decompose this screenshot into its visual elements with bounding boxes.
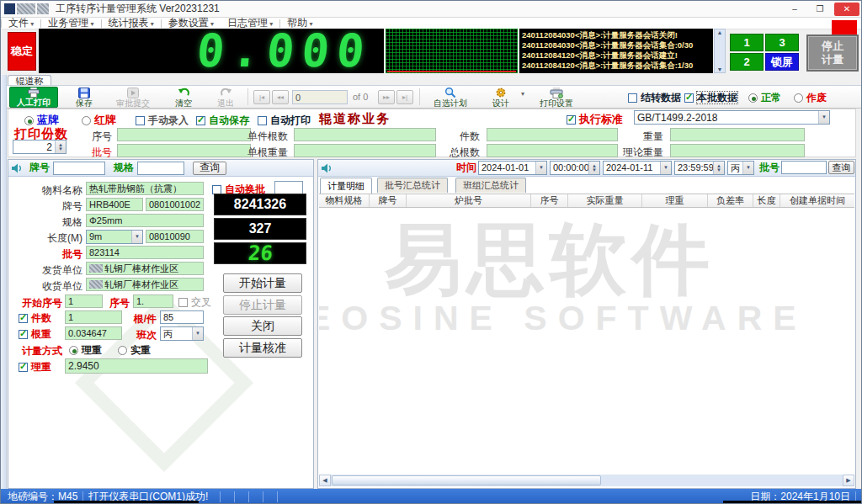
scroll-up-icon[interactable]: ▲: [717, 29, 723, 35]
bars-per-input[interactable]: [160, 310, 204, 324]
actual-method-radio[interactable]: 实重: [118, 343, 151, 358]
print-setup-button[interactable]: 打印设置: [531, 87, 582, 108]
exec-standard-select[interactable]: GB/T1499.2-2018 ▼: [634, 110, 830, 125]
minimize-button[interactable]: –: [784, 3, 806, 16]
left-query-button[interactable]: 查询: [193, 162, 226, 175]
theory-weight-value-input[interactable]: [65, 358, 208, 374]
close-button[interactable]: ✕: [834, 3, 859, 16]
record-number-input[interactable]: [292, 90, 348, 104]
restore-button[interactable]: ❐: [809, 3, 831, 16]
weight-input[interactable]: [670, 128, 805, 141]
spec-input[interactable]: [86, 214, 204, 227]
date-from-select[interactable]: 2024-01-01 ▼: [478, 161, 547, 175]
normal-label: 正常: [761, 92, 781, 103]
cross-checkbox[interactable]: 交叉: [178, 295, 211, 310]
col-heat-batch[interactable]: 炉批号: [407, 194, 531, 207]
log-line: 240112084120<消息>:计量服务器会话建立!: [522, 50, 710, 61]
log-scrollbar[interactable]: ▲ ▼: [714, 29, 726, 73]
self-plan-button[interactable]: 自选计划: [425, 87, 476, 108]
bars-per-piece-input[interactable]: [294, 128, 436, 141]
shift-select[interactable]: 丙 ▼: [160, 326, 204, 341]
batch-input[interactable]: [117, 144, 251, 157]
menu-file[interactable]: 文件: [2, 16, 40, 30]
shipper-input[interactable]: 轧钢厂棒材作业区: [86, 262, 204, 275]
theory-weight-input[interactable]: [670, 144, 805, 157]
bar-weight-checkbox[interactable]: 根重: [19, 327, 51, 342]
time-from-stepper[interactable]: 00:00:00 ▲▼: [550, 161, 600, 175]
col-created-time[interactable]: 创建单据时间: [780, 194, 854, 207]
tab-shift-summary[interactable]: 班组汇总统计: [455, 178, 526, 193]
pieces-label: 件数: [422, 130, 480, 144]
nav-prev-button[interactable]: ◂◂: [272, 90, 289, 104]
nav-next-button[interactable]: ▸▸: [378, 90, 395, 104]
grade-code-input[interactable]: [146, 198, 204, 211]
spec-search-input[interactable]: [137, 162, 184, 175]
auto-batch-input[interactable]: [274, 181, 303, 194]
close-form-button[interactable]: 关闭: [223, 316, 302, 336]
grade-input[interactable]: [86, 198, 143, 211]
scroll-right-icon[interactable]: ▶: [843, 475, 854, 486]
measure-verify-button[interactable]: 计量核准: [223, 338, 302, 358]
col-seq[interactable]: 序号: [531, 194, 568, 207]
clear-button[interactable]: 清空: [166, 87, 201, 108]
auto-save-checkbox[interactable]: 自动保存: [196, 114, 249, 128]
batch-filter-input[interactable]: [781, 161, 827, 174]
scrollbar-thumb[interactable]: [332, 475, 601, 485]
save-button[interactable]: 保存: [67, 87, 102, 108]
approve-submit-button[interactable]: 审批提交: [109, 87, 157, 108]
key-3-button[interactable]: 3: [765, 34, 799, 51]
col-actual-weight[interactable]: 实际重量: [568, 194, 642, 207]
material-name-input[interactable]: [86, 182, 204, 195]
key-1-button[interactable]: 1: [730, 34, 764, 51]
col-neg-tolerance[interactable]: 负差率: [708, 194, 753, 207]
col-length[interactable]: 长度: [753, 194, 780, 207]
stop-measure-button[interactable]: 停止计量: [806, 34, 859, 72]
design-button[interactable]: 设计: [482, 87, 519, 108]
key-2-button[interactable]: 2: [730, 53, 764, 71]
batch-no-input[interactable]: [86, 246, 204, 259]
scroll-left-icon[interactable]: ◀: [319, 475, 331, 486]
seq-input[interactable]: [117, 128, 251, 141]
manual-print-button[interactable]: 人工打印: [9, 87, 58, 108]
col-theory-weight[interactable]: 理重: [642, 194, 708, 207]
carryover-checkbox[interactable]: 结转数据: [628, 91, 681, 105]
start-seq-input[interactable]: [65, 294, 103, 308]
radio-on-icon: [748, 93, 758, 103]
col-material-spec[interactable]: 物料规格: [319, 194, 370, 207]
time-to-stepper[interactable]: 23:59:59 ▲▼: [674, 161, 725, 175]
col-grade[interactable]: 牌号: [370, 194, 407, 207]
manual-entry-checkbox[interactable]: 手动录入: [136, 114, 189, 128]
pieces-checkbox[interactable]: 件数: [19, 311, 51, 326]
lock-screen-button[interactable]: 锁屏: [765, 53, 799, 71]
auto-print-checkbox[interactable]: 自动打印: [258, 114, 311, 128]
theory-method-radio[interactable]: 理重: [69, 343, 102, 358]
per-bar-weight-input[interactable]: [294, 144, 436, 157]
table-body: 易思软件 EOSINE SOFTWARE: [319, 208, 854, 475]
normal-radio[interactable]: 正常: [748, 91, 781, 105]
this-batch-checkbox[interactable]: 本批数据: [684, 91, 737, 105]
right-query-button[interactable]: 查询: [828, 161, 854, 174]
shift-filter-select[interactable]: 丙 ▼: [727, 161, 754, 175]
length-select[interactable]: 9m ▼: [86, 230, 143, 244]
scroll-down-icon[interactable]: ▼: [717, 66, 723, 72]
grade-search-input[interactable]: [53, 162, 105, 175]
tab-batch-summary[interactable]: 批号汇总统计: [377, 178, 448, 193]
pieces-count-input[interactable]: [65, 310, 122, 324]
bar-weight-input[interactable]: [65, 326, 122, 340]
stop-measure-side-button[interactable]: 停止计量: [223, 295, 302, 315]
tab-measure-detail[interactable]: 计量明细: [320, 178, 372, 194]
horizontal-scrollbar[interactable]: ◀ ▶: [319, 475, 854, 486]
void-radio[interactable]: 作废: [794, 91, 827, 105]
exit-button[interactable]: 退出: [208, 87, 243, 108]
nav-last-button[interactable]: ▸|: [396, 90, 413, 104]
design-caret-icon[interactable]: ▾: [521, 90, 524, 98]
length-code-input[interactable]: [146, 230, 204, 243]
theory-weight-checkbox[interactable]: 理重: [19, 360, 51, 374]
start-measure-button[interactable]: 开始计量: [223, 273, 302, 293]
date-to-select[interactable]: 2024-01-11 ▼: [603, 161, 672, 175]
nav-first-button[interactable]: |◂: [253, 90, 270, 104]
seq2-input[interactable]: [133, 294, 173, 308]
exec-standard-checkbox[interactable]: 执行标准: [567, 112, 623, 127]
red-plate-radio[interactable]: 红牌: [82, 113, 116, 128]
receiver-input[interactable]: 轧钢厂棒材作业区: [86, 278, 204, 291]
